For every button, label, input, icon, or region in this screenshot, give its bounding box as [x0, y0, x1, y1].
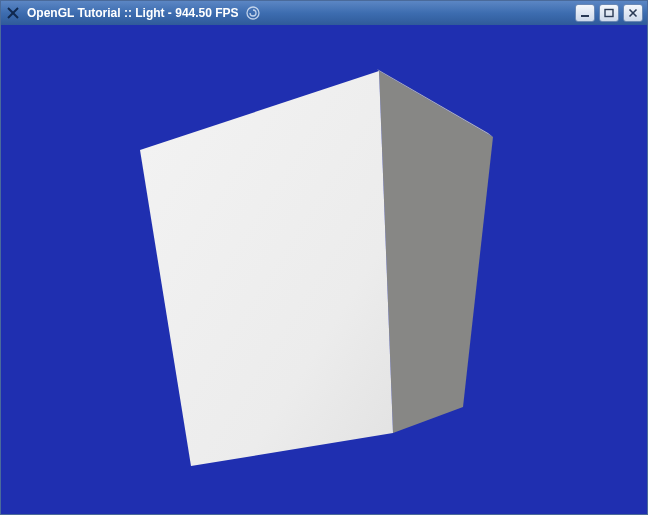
cube-side-face [379, 71, 493, 433]
window-controls [575, 4, 643, 22]
application-window: OpenGL Tutorial :: Light - 944.50 FPS [0, 0, 648, 515]
x-app-icon [5, 5, 21, 21]
close-button[interactable] [623, 4, 643, 22]
minimize-button[interactable] [575, 4, 595, 22]
maximize-button[interactable] [599, 4, 619, 22]
window-title: OpenGL Tutorial :: Light - 944.50 FPS [27, 6, 239, 20]
opengl-viewport[interactable] [1, 25, 647, 514]
close-icon [628, 8, 638, 18]
svg-rect-4 [605, 10, 613, 17]
svg-point-2 [247, 7, 259, 19]
minimize-icon [580, 8, 590, 18]
title-bar[interactable]: OpenGL Tutorial :: Light - 944.50 FPS [1, 1, 647, 25]
maximize-icon [604, 8, 614, 18]
cube-render [1, 25, 647, 514]
swirl-icon [245, 5, 261, 21]
cube-front-face [140, 71, 393, 466]
